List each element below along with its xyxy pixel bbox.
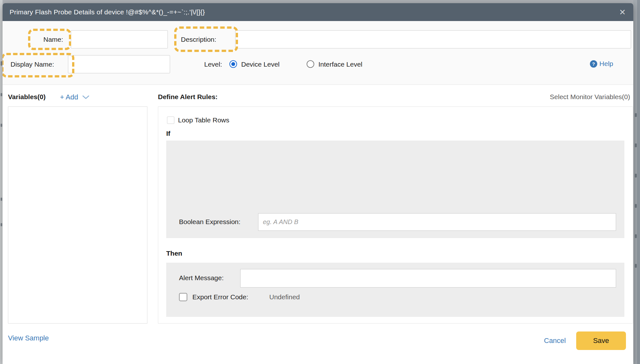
close-icon[interactable]: ✕	[616, 3, 629, 21]
description-label: Description:	[181, 36, 216, 43]
boolean-expression-input[interactable]	[258, 213, 616, 231]
if-condition-area[interactable]: Boolean Expression:	[166, 141, 624, 238]
backdrop-right-strip	[633, 0, 640, 364]
save-button[interactable]: Save	[576, 331, 626, 350]
loop-table-rows-checkbox[interactable]	[167, 116, 175, 124]
if-label: If	[166, 130, 170, 137]
background-scrollbar	[637, 0, 640, 364]
define-alert-rules-header: Define Alert Rules:	[158, 93, 218, 101]
alert-rules-panel: Loop Table Rows If Boolean Expression: T…	[158, 106, 633, 324]
radio-interface-level[interactable]	[307, 60, 314, 68]
name-label: Name:	[43, 36, 63, 43]
radio-device-level-label[interactable]: Device Level	[241, 61, 279, 68]
export-error-code-value: Undefined	[269, 293, 300, 301]
display-name-label: Display Name:	[11, 61, 54, 68]
modal-title: Primary Flash Probe Details of device !@…	[3, 8, 205, 16]
probe-details-modal: Primary Flash Probe Details of device !@…	[3, 3, 633, 364]
help-question-icon: ?	[590, 60, 597, 68]
display-name-input[interactable]	[68, 55, 170, 73]
help-link[interactable]: ? Help	[590, 60, 613, 68]
form-section: Name: Description: Display Name: Level: …	[3, 21, 633, 85]
help-label: Help	[599, 60, 613, 68]
select-monitor-variables-link[interactable]: Select Monitor Variables(0)	[550, 93, 630, 101]
level-label: Level:	[204, 61, 222, 68]
add-variable-label: + Add	[60, 93, 78, 101]
variables-header: Variables(0)	[8, 93, 46, 101]
chevron-down-icon	[82, 95, 90, 99]
radio-device-level[interactable]	[229, 60, 237, 68]
screen: Primary Flash Probe Details of device !@…	[0, 0, 640, 364]
modal-header: Primary Flash Probe Details of device !@…	[3, 3, 633, 21]
loop-table-rows-label: Loop Table Rows	[178, 116, 229, 124]
alert-message-label: Alert Message:	[179, 274, 224, 282]
description-input[interactable]	[235, 30, 631, 48]
backdrop-left-strip	[0, 0, 3, 364]
boolean-expression-label: Boolean Expression:	[179, 218, 241, 226]
add-variable-button[interactable]: + Add	[60, 93, 90, 101]
export-error-code-checkbox[interactable]	[179, 293, 187, 301]
radio-interface-level-label[interactable]: Interface Level	[318, 61, 362, 68]
view-sample-link[interactable]: View Sample	[8, 334, 49, 342]
then-action-area: Alert Message: Export Error Code: Undefi…	[166, 263, 624, 317]
then-label: Then	[166, 250, 182, 257]
alert-message-input[interactable]	[240, 269, 616, 288]
export-error-code-label: Export Error Code:	[192, 293, 248, 301]
name-input[interactable]	[71, 30, 168, 48]
cancel-button[interactable]: Cancel	[544, 337, 566, 345]
variables-list[interactable]	[8, 106, 147, 324]
